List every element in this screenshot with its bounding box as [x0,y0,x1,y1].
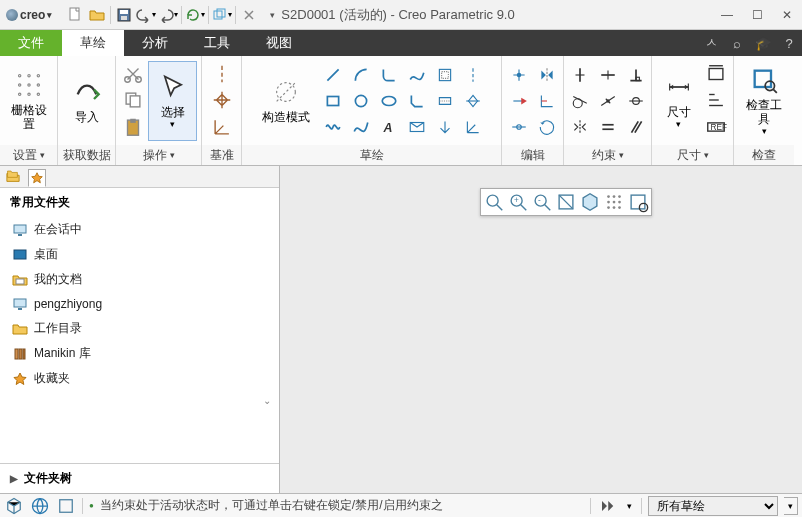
refit-icon[interactable] [555,191,577,213]
group-label-operate: 操作▾ [116,145,201,165]
graphics-area[interactable]: + - [280,166,802,493]
coincident-icon[interactable] [623,89,649,113]
fillet-icon[interactable] [376,63,402,87]
project-icon[interactable] [432,115,458,139]
folders-header: 常用文件夹 [0,188,279,217]
symmetric-icon[interactable] [567,115,593,139]
ribbon-collapse-icon[interactable]: ㅅ [698,30,724,56]
close-doc-icon[interactable] [238,4,260,26]
folder-item[interactable]: 收藏夹 [6,366,273,391]
display-style-icon[interactable] [579,191,601,213]
perimeter-icon[interactable] [705,63,727,85]
rectangle-icon[interactable] [320,89,346,113]
spline2-icon[interactable] [348,115,374,139]
divide-icon[interactable] [506,115,532,139]
sine-icon[interactable] [320,115,346,139]
sketch-display-icon[interactable] [627,191,649,213]
thicken-icon[interactable] [432,89,458,113]
offset-icon[interactable] [432,63,458,87]
zoom-in-icon[interactable] [483,191,505,213]
delete-seg-icon[interactable] [506,89,532,113]
vertical-icon[interactable] [567,63,593,87]
nav-tab-folders[interactable] [4,168,22,186]
corner-icon[interactable] [534,89,560,113]
regenerate-icon[interactable]: ▾ [184,4,206,26]
maximize-button[interactable]: ☐ [742,0,772,30]
text-icon[interactable]: A [376,115,402,139]
filter-dd-icon[interactable]: ▾ [784,497,798,515]
import-icon [73,78,101,106]
zoom-minus-icon[interactable]: - [531,191,553,213]
folder-item[interactable]: 我的文档 [6,267,273,292]
folder-item[interactable]: 桌面 [6,242,273,267]
open-file-icon[interactable] [86,4,108,26]
svg-line-52 [634,121,641,132]
tab-view[interactable]: 视图 [248,30,310,56]
import-button[interactable]: 导入 [62,61,111,141]
modify-icon[interactable] [506,63,532,87]
nav-tab-favorites[interactable] [28,169,46,187]
midpoint-icon[interactable] [595,89,621,113]
svg-line-79 [545,205,551,211]
tab-analysis[interactable]: 分析 [124,30,186,56]
datum-display-icon[interactable] [603,191,625,213]
help-icon[interactable]: ? [776,30,802,56]
mirror-icon[interactable] [534,63,560,87]
tab-sketch[interactable]: 草绘 [62,30,124,56]
find-dd-icon[interactable]: ▾ [623,496,635,516]
perpendicular-icon[interactable] [623,63,649,87]
construction-mode-button[interactable]: 构造模式 [258,61,314,141]
tab-tools[interactable]: 工具 [186,30,248,56]
status-web-icon[interactable] [30,496,50,516]
select-button[interactable]: 选择▾ [148,61,197,141]
learn-icon[interactable]: 🎓 [750,30,776,56]
rotate-resize-icon[interactable] [534,115,560,139]
line-icon[interactable] [320,63,346,87]
tab-file[interactable]: 文件 [0,30,62,56]
palette-icon[interactable] [404,115,430,139]
status-box-icon[interactable] [56,496,76,516]
coordsys2-icon[interactable] [460,115,486,139]
folder-tree-toggle[interactable]: ▶文件夹树 [0,463,279,493]
coord-sys-icon[interactable] [211,116,233,138]
new-file-icon[interactable] [64,4,86,26]
selection-filter[interactable]: 所有草绘 [648,496,778,516]
point-icon[interactable] [211,89,233,111]
ref-dim-icon[interactable]: REF [705,116,727,138]
folder-item[interactable]: pengzhiyong [6,292,273,316]
windows-icon[interactable]: ▾ [211,4,233,26]
dimension-button[interactable]: 尺寸▾ [657,61,701,141]
ellipse-icon[interactable] [376,89,402,113]
minimize-button[interactable]: — [712,0,742,30]
close-button[interactable]: ✕ [772,0,802,30]
horizontal-icon[interactable] [595,63,621,87]
search-icon[interactable]: ⌕ [724,30,750,56]
folder-item[interactable]: Manikin 库 [6,341,273,366]
redo-icon[interactable]: ▾ [157,4,179,26]
copy-icon[interactable] [122,89,144,111]
parallel-icon[interactable] [623,115,649,139]
centerline-icon[interactable] [211,63,233,85]
status-3d-icon[interactable] [4,496,24,516]
circle-icon[interactable] [348,89,374,113]
point2-icon[interactable] [460,89,486,113]
cut-icon[interactable] [122,63,144,85]
folder-item[interactable]: 工作目录 [6,316,273,341]
spline-icon[interactable] [404,63,430,87]
equal-icon[interactable] [595,115,621,139]
arc-icon[interactable] [348,63,374,87]
grid-settings-button[interactable]: 栅格设置 [4,61,53,141]
folder-item[interactable]: 在会话中 [6,217,273,242]
undo-icon[interactable]: ▾ [135,4,157,26]
baseline-icon[interactable] [705,89,727,111]
find-icon[interactable] [597,496,617,516]
tangent-icon[interactable] [567,89,593,113]
inspect-button[interactable]: 检查工具▾ [739,61,789,141]
centerline2-icon[interactable] [460,63,486,87]
zoom-plus-icon[interactable]: + [507,191,529,213]
chamfer-icon[interactable] [404,89,430,113]
paste-icon[interactable] [122,116,144,138]
svg-point-92 [639,203,647,211]
group-label-inspect: 检查 [734,145,794,165]
save-icon[interactable] [113,4,135,26]
